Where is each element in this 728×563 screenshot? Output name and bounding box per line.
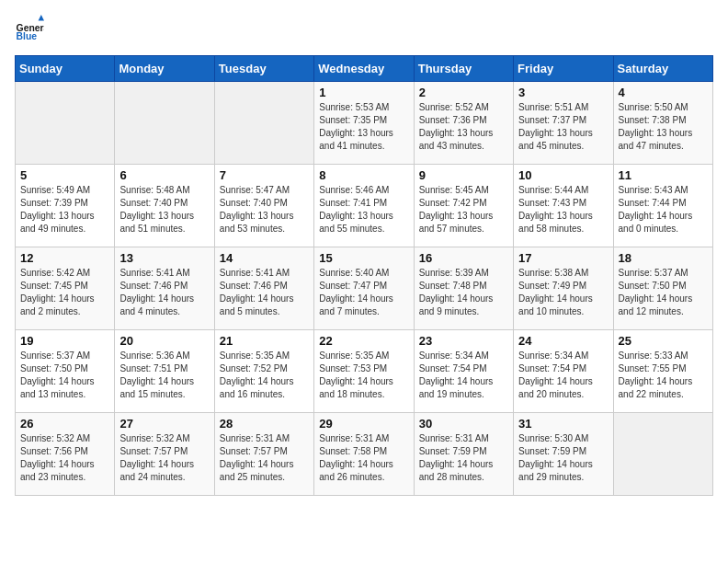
calendar-cell: 13Sunrise: 5:41 AM Sunset: 7:46 PM Dayli…: [115, 247, 214, 330]
day-info: Sunrise: 5:36 AM Sunset: 7:51 PM Dayligh…: [119, 350, 209, 401]
day-number: 26: [20, 417, 109, 431]
day-number: 19: [20, 334, 109, 348]
calendar-cell: 16Sunrise: 5:39 AM Sunset: 7:48 PM Dayli…: [414, 247, 513, 330]
day-number: 27: [119, 417, 209, 431]
calendar-cell: 3Sunrise: 5:51 AM Sunset: 7:37 PM Daylig…: [514, 82, 613, 165]
day-number: 24: [518, 334, 608, 348]
calendar-cell: [115, 82, 214, 165]
day-info: Sunrise: 5:34 AM Sunset: 7:54 PM Dayligh…: [518, 350, 608, 401]
calendar-cell: [214, 82, 313, 165]
calendar-cell: 20Sunrise: 5:36 AM Sunset: 7:51 PM Dayli…: [115, 330, 214, 413]
day-info: Sunrise: 5:32 AM Sunset: 7:57 PM Dayligh…: [119, 432, 209, 484]
calendar-cell: 11Sunrise: 5:43 AM Sunset: 7:44 PM Dayli…: [613, 165, 712, 247]
calendar-cell: 30Sunrise: 5:31 AM Sunset: 7:59 PM Dayli…: [414, 413, 513, 496]
svg-marker-2: [39, 15, 44, 20]
calendar-cell: [613, 413, 712, 496]
calendar-week-2: 5Sunrise: 5:49 AM Sunset: 7:39 PM Daylig…: [16, 165, 713, 247]
calendar-week-3: 12Sunrise: 5:42 AM Sunset: 7:45 PM Dayli…: [16, 247, 713, 330]
calendar-cell: 15Sunrise: 5:40 AM Sunset: 7:47 PM Dayli…: [314, 247, 414, 330]
calendar-cell: 19Sunrise: 5:37 AM Sunset: 7:50 PM Dayli…: [16, 330, 115, 413]
calendar-cell: 8Sunrise: 5:46 AM Sunset: 7:41 PM Daylig…: [314, 165, 414, 247]
calendar-cell: 28Sunrise: 5:31 AM Sunset: 7:57 PM Dayli…: [214, 413, 313, 496]
day-number: 21: [220, 334, 309, 348]
svg-text:Blue: Blue: [17, 31, 38, 41]
day-number: 14: [220, 251, 309, 265]
day-number: 6: [119, 168, 209, 182]
logo: General Blue: [15, 15, 44, 44]
calendar-cell: 24Sunrise: 5:34 AM Sunset: 7:54 PM Dayli…: [514, 330, 613, 413]
calendar-cell: 29Sunrise: 5:31 AM Sunset: 7:58 PM Dayli…: [314, 413, 414, 496]
day-number: 20: [119, 334, 209, 348]
day-info: Sunrise: 5:35 AM Sunset: 7:53 PM Dayligh…: [319, 350, 408, 401]
day-info: Sunrise: 5:38 AM Sunset: 7:49 PM Dayligh…: [518, 267, 608, 318]
day-number: 23: [419, 334, 508, 348]
page-header: General Blue: [15, 15, 713, 44]
calendar-cell: 4Sunrise: 5:50 AM Sunset: 7:38 PM Daylig…: [613, 82, 712, 165]
calendar-cell: 1Sunrise: 5:53 AM Sunset: 7:35 PM Daylig…: [314, 82, 414, 165]
weekday-header-thursday: Thursday: [414, 56, 513, 82]
day-number: 8: [319, 168, 408, 182]
calendar-cell: 17Sunrise: 5:38 AM Sunset: 7:49 PM Dayli…: [514, 247, 613, 330]
day-number: 5: [20, 168, 109, 182]
calendar-cell: 12Sunrise: 5:42 AM Sunset: 7:45 PM Dayli…: [16, 247, 115, 330]
calendar-week-4: 19Sunrise: 5:37 AM Sunset: 7:50 PM Dayli…: [16, 330, 713, 413]
day-info: Sunrise: 5:49 AM Sunset: 7:39 PM Dayligh…: [20, 184, 109, 236]
day-info: Sunrise: 5:50 AM Sunset: 7:38 PM Dayligh…: [619, 101, 708, 153]
day-number: 9: [419, 168, 508, 182]
day-info: Sunrise: 5:53 AM Sunset: 7:35 PM Dayligh…: [319, 101, 408, 153]
day-info: Sunrise: 5:45 AM Sunset: 7:42 PM Dayligh…: [419, 184, 508, 236]
day-number: 4: [619, 86, 708, 99]
day-info: Sunrise: 5:43 AM Sunset: 7:44 PM Dayligh…: [619, 184, 708, 236]
calendar-cell: 31Sunrise: 5:30 AM Sunset: 7:59 PM Dayli…: [514, 413, 613, 496]
logo-icon: General Blue: [15, 15, 44, 44]
day-number: 12: [20, 251, 109, 265]
calendar-week-1: 1Sunrise: 5:53 AM Sunset: 7:35 PM Daylig…: [16, 82, 713, 165]
weekday-header-wednesday: Wednesday: [314, 56, 414, 82]
day-info: Sunrise: 5:32 AM Sunset: 7:56 PM Dayligh…: [20, 432, 109, 484]
day-info: Sunrise: 5:30 AM Sunset: 7:59 PM Dayligh…: [518, 432, 608, 484]
day-info: Sunrise: 5:48 AM Sunset: 7:40 PM Dayligh…: [119, 184, 209, 236]
calendar-cell: 9Sunrise: 5:45 AM Sunset: 7:42 PM Daylig…: [414, 165, 513, 247]
day-info: Sunrise: 5:35 AM Sunset: 7:52 PM Dayligh…: [220, 350, 309, 401]
calendar-week-5: 26Sunrise: 5:32 AM Sunset: 7:56 PM Dayli…: [16, 413, 713, 496]
day-info: Sunrise: 5:41 AM Sunset: 7:46 PM Dayligh…: [220, 267, 309, 318]
day-number: 17: [518, 251, 608, 265]
calendar-cell: 23Sunrise: 5:34 AM Sunset: 7:54 PM Dayli…: [414, 330, 513, 413]
calendar-cell: 14Sunrise: 5:41 AM Sunset: 7:46 PM Dayli…: [214, 247, 313, 330]
day-number: 18: [619, 251, 708, 265]
day-number: 28: [220, 417, 309, 431]
calendar-cell: 27Sunrise: 5:32 AM Sunset: 7:57 PM Dayli…: [115, 413, 214, 496]
day-number: 10: [518, 168, 608, 182]
calendar-cell: 25Sunrise: 5:33 AM Sunset: 7:55 PM Dayli…: [613, 330, 712, 413]
day-info: Sunrise: 5:47 AM Sunset: 7:40 PM Dayligh…: [220, 184, 309, 236]
calendar-cell: 10Sunrise: 5:44 AM Sunset: 7:43 PM Dayli…: [514, 165, 613, 247]
calendar-cell: 21Sunrise: 5:35 AM Sunset: 7:52 PM Dayli…: [214, 330, 313, 413]
day-info: Sunrise: 5:31 AM Sunset: 7:58 PM Dayligh…: [319, 432, 408, 484]
day-info: Sunrise: 5:44 AM Sunset: 7:43 PM Dayligh…: [518, 184, 608, 236]
day-info: Sunrise: 5:31 AM Sunset: 7:57 PM Dayligh…: [220, 432, 309, 484]
weekday-header-saturday: Saturday: [613, 56, 712, 82]
day-number: 22: [319, 334, 408, 348]
calendar-cell: 26Sunrise: 5:32 AM Sunset: 7:56 PM Dayli…: [16, 413, 115, 496]
day-info: Sunrise: 5:46 AM Sunset: 7:41 PM Dayligh…: [319, 184, 408, 236]
day-number: 13: [119, 251, 209, 265]
calendar-cell: 7Sunrise: 5:47 AM Sunset: 7:40 PM Daylig…: [214, 165, 313, 247]
day-info: Sunrise: 5:41 AM Sunset: 7:46 PM Dayligh…: [119, 267, 209, 318]
day-info: Sunrise: 5:52 AM Sunset: 7:36 PM Dayligh…: [419, 101, 508, 153]
day-info: Sunrise: 5:39 AM Sunset: 7:48 PM Dayligh…: [419, 267, 508, 318]
calendar-cell: 18Sunrise: 5:37 AM Sunset: 7:50 PM Dayli…: [613, 247, 712, 330]
day-number: 7: [220, 168, 309, 182]
day-info: Sunrise: 5:51 AM Sunset: 7:37 PM Dayligh…: [518, 101, 608, 153]
day-number: 15: [319, 251, 408, 265]
day-info: Sunrise: 5:34 AM Sunset: 7:54 PM Dayligh…: [419, 350, 508, 401]
weekday-header-sunday: Sunday: [16, 56, 115, 82]
day-info: Sunrise: 5:31 AM Sunset: 7:59 PM Dayligh…: [419, 432, 508, 484]
day-info: Sunrise: 5:37 AM Sunset: 7:50 PM Dayligh…: [619, 267, 708, 318]
day-info: Sunrise: 5:42 AM Sunset: 7:45 PM Dayligh…: [20, 267, 109, 318]
day-number: 11: [619, 168, 708, 182]
day-number: 29: [319, 417, 408, 431]
day-number: 2: [419, 86, 508, 99]
calendar-cell: 22Sunrise: 5:35 AM Sunset: 7:53 PM Dayli…: [314, 330, 414, 413]
weekday-header-friday: Friday: [514, 56, 613, 82]
calendar-cell: 5Sunrise: 5:49 AM Sunset: 7:39 PM Daylig…: [16, 165, 115, 247]
